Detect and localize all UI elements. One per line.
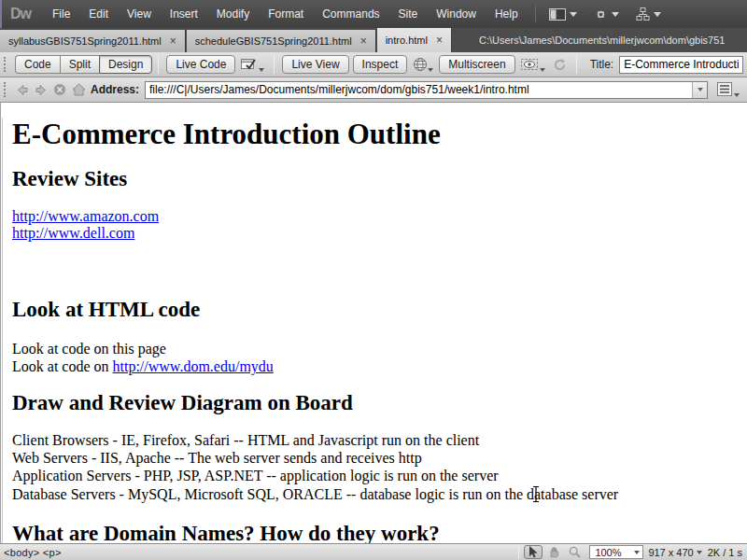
design-view-button[interactable]: Design (99, 55, 152, 74)
link-amazon[interactable]: http://www.amazon.com (12, 208, 159, 224)
title-label: Title: (590, 58, 614, 71)
zoom-tool-button[interactable] (565, 545, 584, 559)
window-size-select[interactable]: 917 x 470 (648, 547, 701, 558)
heading-domain-names: What are Domain Names? How do they work? (12, 522, 740, 543)
menu-view[interactable]: View (118, 0, 161, 28)
diagram-line-database: Database Servers - MySQL, Microsoft SQL,… (12, 486, 618, 502)
menu-edit[interactable]: Edit (79, 0, 118, 28)
address-field (145, 81, 708, 99)
workspace-switcher-button[interactable] (543, 6, 583, 23)
menu-help[interactable]: Help (486, 0, 528, 28)
review-links-paragraph: http://www.amazon.com http://www.dell.co… (12, 208, 740, 242)
application-menu-bar: Dw File Edit View Insert Modify Format C… (0, 0, 747, 28)
menu-modify[interactable]: Modify (207, 0, 259, 28)
close-icon[interactable]: × (170, 36, 176, 46)
view-mode-group: Code Split Design (15, 55, 152, 74)
document-title-input[interactable] (619, 56, 743, 74)
menu-insert[interactable]: Insert (161, 0, 207, 28)
code-paragraph: Look at code on this page Look at code o… (12, 340, 740, 375)
refresh-icon (553, 58, 567, 72)
diagram-paragraph: Client Browsers - IE, Firefox, Safari --… (12, 431, 740, 503)
link-dell[interactable]: http://www.dell.com (12, 225, 134, 241)
split-view-button[interactable]: Split (60, 55, 99, 74)
chevron-down-icon (654, 12, 661, 17)
chevron-down-icon (734, 93, 740, 97)
chevron-down-icon (698, 88, 703, 91)
address-input[interactable] (146, 83, 692, 96)
refresh-design-view-button[interactable] (553, 58, 567, 72)
diagram-line-client: Client Browsers - IE, Firefox, Safari --… (12, 432, 479, 448)
stop-button[interactable] (53, 83, 66, 96)
diagram-line-application: Application Servers - PHP, JSP, ASP.NET … (12, 468, 499, 483)
chevron-down-icon (540, 68, 545, 72)
window-size-value: 917 x 470 (648, 547, 693, 558)
close-icon[interactable]: × (436, 35, 443, 45)
inspect-button[interactable]: Inspect (353, 55, 408, 74)
view-options-button[interactable] (717, 82, 740, 97)
rendered-page: E-Commerce Introduction Outline Review S… (2, 118, 747, 543)
menu-format[interactable]: Format (259, 0, 313, 28)
tab-label: scheduleGBIS751Spring2011.html (195, 35, 352, 47)
tab-label: intro.html (386, 35, 428, 46)
heading-review-sites: Review Sites (12, 167, 740, 191)
select-tool-button[interactable] (524, 545, 543, 559)
toolbar-separator (576, 55, 577, 74)
back-arrow-icon (16, 84, 29, 96)
multiscreen-button[interactable]: Multiscreen (439, 55, 514, 74)
live-code-button[interactable]: Live Code (166, 55, 235, 74)
page-heading-main: E-Commerce Introduction Outline (12, 118, 740, 151)
download-size-time: 2K / 1 s (708, 547, 742, 558)
chevron-down-icon (697, 551, 702, 554)
check-browser-compatibility-button[interactable] (241, 57, 264, 72)
statusbar-separator (518, 546, 519, 559)
design-view-canvas[interactable]: E-Commerce Introduction Outline Review S… (0, 103, 747, 543)
extend-dreamweaver-button[interactable] (588, 5, 625, 24)
tab-schedule[interactable]: scheduleGBIS751Spring2011.html × (187, 30, 376, 52)
code-line-2-prefix: Look at code on (12, 358, 113, 374)
chevron-down-icon (634, 551, 640, 554)
menu-site[interactable]: Site (389, 0, 428, 28)
ibeam-text-cursor (531, 485, 541, 503)
close-icon[interactable]: × (360, 36, 367, 46)
menu-file[interactable]: File (43, 0, 79, 28)
status-bar: <body> <p> 100% 917 x 470 2K / 1 s (0, 543, 747, 560)
forward-arrow-icon (35, 84, 48, 96)
menu-window[interactable]: Window (427, 0, 486, 28)
browser-navigation-bar: Address: (0, 77, 747, 103)
check-page-icon (241, 57, 259, 72)
preview-in-browser-button[interactable] (413, 57, 433, 72)
back-button[interactable] (16, 84, 29, 96)
hand-tool-button[interactable] (544, 545, 563, 559)
zoom-level-select[interactable]: 100% (589, 545, 643, 559)
live-view-button[interactable]: Live View (282, 55, 348, 74)
visual-aids-button[interactable] (521, 57, 545, 72)
link-dom-edu[interactable]: http://www.dom.edu/mydu (113, 358, 274, 374)
toolbar-separator (158, 55, 159, 74)
toolbar-separator (274, 55, 275, 74)
hand-icon (548, 546, 560, 558)
stop-icon (53, 83, 66, 96)
tab-intro[interactable]: intro.html × (377, 28, 452, 52)
globe-icon (413, 57, 428, 72)
dreamweaver-logo: Dw (2, 6, 43, 22)
visual-aids-eye-icon (521, 57, 540, 72)
tag-selector[interactable]: <body> <p> (0, 547, 62, 558)
toolbar-grip-handle[interactable] (4, 57, 7, 72)
chevron-down-icon (570, 12, 577, 17)
arrow-cursor-icon (529, 546, 539, 558)
code-view-button[interactable]: Code (15, 55, 60, 74)
forward-button[interactable] (35, 84, 48, 96)
chevron-down-icon (259, 68, 264, 72)
document-path: C:\Users\James\Documents\millerjwcom\dom… (479, 28, 747, 52)
tab-syllabus[interactable]: syllabusGBIS751Spring2011.html × (0, 30, 186, 52)
status-bar-controls: 100% 917 x 470 2K / 1 s (514, 544, 747, 560)
document-tab-bar: syllabusGBIS751Spring2011.html × schedul… (0, 28, 747, 52)
home-button[interactable] (72, 83, 86, 96)
menu-commands[interactable]: Commands (313, 0, 388, 28)
address-history-dropdown[interactable] (692, 82, 707, 98)
document-toolbar: Code Split Design Live Code Live View In… (0, 52, 747, 77)
addressbar-grip-handle[interactable] (4, 82, 7, 97)
site-menu-button[interactable] (630, 5, 667, 23)
home-icon (72, 83, 86, 96)
tab-label: syllabusGBIS751Spring2011.html (8, 35, 162, 47)
